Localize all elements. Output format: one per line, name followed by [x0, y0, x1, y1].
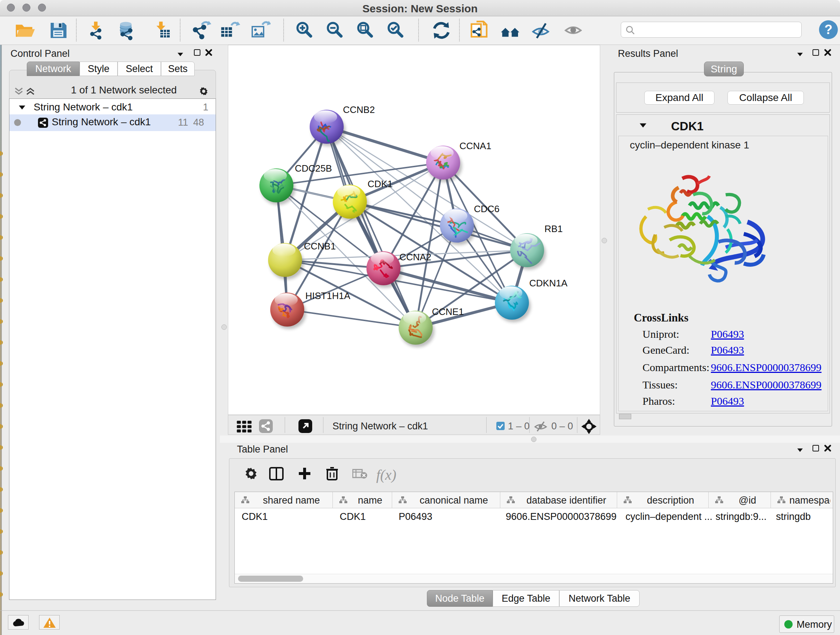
svg-text:CCNA1: CCNA1	[459, 141, 491, 151]
svg-text:CCNB2: CCNB2	[343, 104, 375, 115]
svg-text:HIST1H1A: HIST1H1A	[305, 290, 351, 301]
svg-text:CDK1: CDK1	[368, 179, 393, 189]
svg-text:CDKN1A: CDKN1A	[529, 278, 568, 288]
svg-text:CCNE1: CCNE1	[432, 306, 464, 317]
svg-text:CDC25B: CDC25B	[295, 163, 332, 174]
svg-text:CCNB1: CCNB1	[304, 241, 336, 252]
svg-text:CCNA2: CCNA2	[399, 252, 431, 263]
svg-text:RB1: RB1	[545, 223, 563, 234]
svg-text:CDC6: CDC6	[474, 203, 500, 214]
